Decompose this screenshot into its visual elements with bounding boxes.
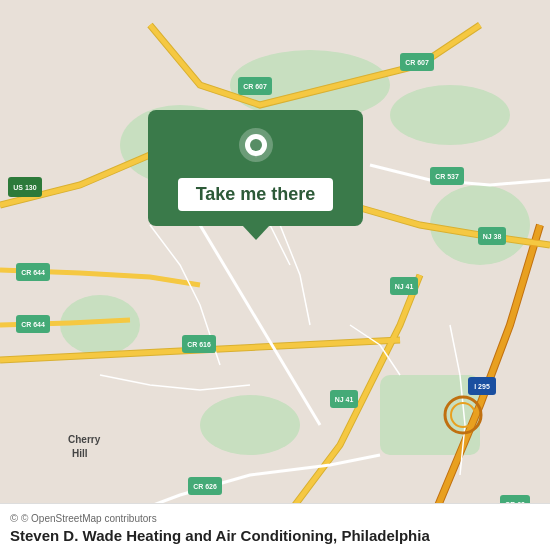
svg-point-6 [200, 395, 300, 455]
location-tooltip: Take me there [148, 110, 363, 226]
svg-text:NJ 38: NJ 38 [483, 233, 502, 240]
svg-text:CR 644: CR 644 [21, 269, 45, 276]
bottom-bar: © © OpenStreetMap contributors Steven D.… [0, 503, 550, 550]
svg-text:US 130: US 130 [13, 184, 36, 191]
svg-text:CR 626: CR 626 [193, 483, 217, 490]
svg-text:NJ 41: NJ 41 [335, 396, 354, 403]
location-pin-icon [236, 130, 276, 170]
map-svg: US 130 CR 607 CR 607 CR 644 CR 644 CR 53… [0, 0, 550, 550]
svg-text:CR 607: CR 607 [243, 83, 267, 90]
map-container: US 130 CR 607 CR 607 CR 644 CR 644 CR 53… [0, 0, 550, 550]
take-me-there-button[interactable]: Take me there [178, 178, 334, 211]
svg-text:CR 644: CR 644 [21, 321, 45, 328]
svg-point-3 [430, 185, 530, 265]
map-attribution: © © OpenStreetMap contributors [10, 512, 540, 524]
svg-text:CR 537: CR 537 [435, 173, 459, 180]
svg-text:CR 616: CR 616 [187, 341, 211, 348]
svg-text:Hill: Hill [72, 448, 88, 459]
business-name: Steven D. Wade Heating and Air Condition… [10, 527, 540, 544]
svg-text:Cherry: Cherry [68, 434, 101, 445]
svg-text:CR 607: CR 607 [405, 59, 429, 66]
svg-text:NJ 41: NJ 41 [395, 283, 414, 290]
svg-text:I 295: I 295 [474, 383, 490, 390]
svg-point-2 [390, 85, 510, 145]
